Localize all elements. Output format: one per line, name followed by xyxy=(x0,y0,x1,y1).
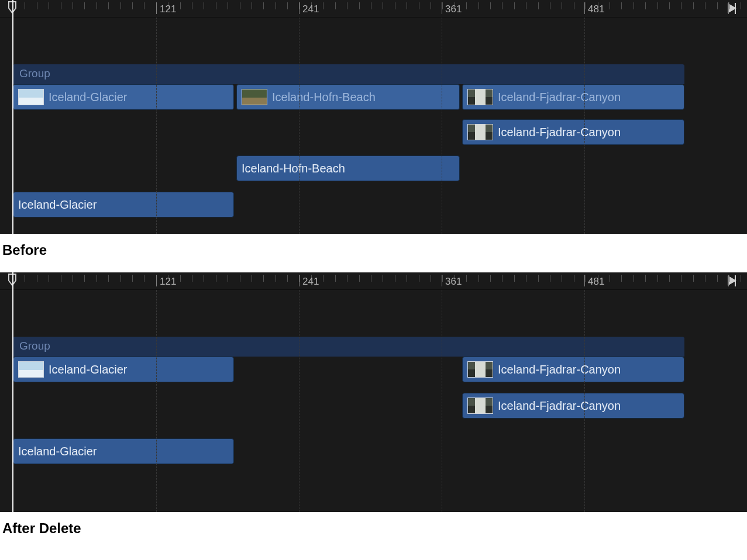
ruler-tick xyxy=(621,275,622,282)
clip-grp-canyon[interactable]: Iceland-Fjadrar-Canyon xyxy=(462,357,684,382)
clip-beach-2[interactable]: Iceland-Hofn-Beach xyxy=(236,155,460,181)
tracks-after: GroupIceland-GlacierIceland-Fjadrar-Cany… xyxy=(0,290,747,512)
timeline-after: 121241361481 GroupIceland-GlacierIceland… xyxy=(0,272,747,512)
ruler-tick xyxy=(562,275,562,282)
playhead-line[interactable] xyxy=(12,0,13,234)
ruler-tick xyxy=(25,2,25,9)
clip-grp-beach[interactable]: Iceland-Hofn-Beach xyxy=(236,84,460,110)
grid-line xyxy=(156,18,157,234)
clip-label: Iceland-Hofn-Beach xyxy=(242,156,345,181)
grid-line xyxy=(584,18,585,234)
ruler-label: 121 xyxy=(160,276,176,288)
ruler-tick xyxy=(658,275,658,282)
clip-glacier-2[interactable]: Iceland-Glacier xyxy=(13,438,234,464)
ruler-tick xyxy=(729,275,729,282)
grid-line xyxy=(442,290,442,512)
clip-label: Iceland-Hofn-Beach xyxy=(272,85,376,109)
ruler-tick xyxy=(132,275,133,282)
canyon-thumbnail-icon xyxy=(467,361,493,378)
ruler[interactable]: 121241361481 xyxy=(0,272,747,290)
ruler-tick xyxy=(466,2,467,9)
ruler-tick xyxy=(586,2,586,9)
playhead-end-icon[interactable] xyxy=(726,275,736,290)
ruler-tick xyxy=(192,2,192,9)
glacier-thumbnail-icon xyxy=(18,361,44,378)
ruler-tick xyxy=(479,275,479,282)
playhead-start-icon[interactable] xyxy=(8,274,19,290)
clip-grp-canyon[interactable]: Iceland-Fjadrar-Canyon xyxy=(462,84,684,110)
ruler-tick xyxy=(717,275,718,282)
ruler-tick xyxy=(97,275,97,282)
ruler-tick xyxy=(108,275,109,282)
ruler-tick xyxy=(645,275,646,282)
ruler-tick xyxy=(323,2,323,9)
ruler-tick xyxy=(442,2,443,9)
ruler-tick xyxy=(180,275,181,282)
ruler-tick xyxy=(514,275,515,282)
grid-line xyxy=(442,18,442,234)
clip-canyon-2[interactable]: Iceland-Fjadrar-Canyon xyxy=(462,393,684,419)
ruler-tick xyxy=(407,2,407,9)
ruler-tick xyxy=(216,2,216,9)
ruler-tick xyxy=(562,2,562,9)
ruler-tick xyxy=(335,2,336,9)
clip-label: Iceland-Fjadrar-Canyon xyxy=(498,85,621,109)
ruler-tick xyxy=(479,2,479,9)
ruler-tick xyxy=(466,275,467,282)
group-header[interactable]: Group xyxy=(13,337,684,357)
ruler-tick xyxy=(73,2,73,9)
clip-canyon-2[interactable]: Iceland-Fjadrar-Canyon xyxy=(462,119,684,145)
ruler-tick xyxy=(37,2,37,9)
ruler-tick xyxy=(729,2,729,9)
clip-glacier-2[interactable]: Iceland-Glacier xyxy=(13,192,234,217)
tracks-before: GroupIceland-GlacierIceland-Hofn-BeachIc… xyxy=(0,18,747,234)
ruler-tick xyxy=(228,2,228,9)
ruler-tick xyxy=(610,275,610,282)
ruler-label: 481 xyxy=(588,276,604,288)
ruler-tick-major xyxy=(156,2,157,14)
ruler-tick xyxy=(717,2,718,9)
ruler-tick xyxy=(252,275,252,282)
grid-line xyxy=(299,18,300,234)
ruler-tick xyxy=(645,2,646,9)
clip-label: Iceland-Glacier xyxy=(18,439,97,464)
clip-grp-glacier[interactable]: Iceland-Glacier xyxy=(13,84,234,110)
clip-grp-glacier[interactable]: Iceland-Glacier xyxy=(13,357,234,382)
ruler-tick-major xyxy=(442,275,442,286)
timeline-before: 121241361481 GroupIceland-GlacierIceland… xyxy=(0,0,747,234)
ruler[interactable]: 121241361481 xyxy=(0,0,747,18)
ruler-tick xyxy=(37,275,37,282)
ruler-tick-major xyxy=(442,2,442,14)
ruler-tick xyxy=(287,275,288,282)
ruler-tick xyxy=(550,2,550,9)
playhead-start-icon[interactable] xyxy=(8,1,19,18)
ruler-tick xyxy=(49,2,49,9)
ruler-tick-major xyxy=(299,2,300,14)
ruler-tick xyxy=(538,2,539,9)
ruler-tick xyxy=(669,2,670,9)
ruler-tick xyxy=(359,275,360,282)
ruler-tick xyxy=(121,2,121,9)
clip-label: Iceland-Glacier xyxy=(49,85,128,109)
ruler-tick xyxy=(73,275,73,282)
ruler-tick xyxy=(526,275,526,282)
ruler-label: 241 xyxy=(302,276,319,288)
ruler-tick xyxy=(538,275,539,282)
ruler-tick xyxy=(144,275,144,282)
canyon-thumbnail-icon xyxy=(467,124,493,140)
ruler-tick xyxy=(323,275,323,282)
group-header[interactable]: Group xyxy=(13,64,684,84)
ruler-tick xyxy=(419,2,419,9)
ruler-tick xyxy=(610,2,610,9)
ruler-tick xyxy=(240,2,240,9)
ruler-tick xyxy=(586,275,586,282)
ruler-tick xyxy=(705,2,705,9)
ruler-tick xyxy=(287,2,288,9)
ruler-tick xyxy=(204,275,204,282)
ruler-tick-major xyxy=(584,2,585,14)
playhead-end-icon[interactable] xyxy=(726,2,736,18)
ruler-tick xyxy=(192,275,192,282)
playhead-line[interactable] xyxy=(12,272,13,512)
clip-label: Iceland-Glacier xyxy=(18,192,97,217)
caption-after: After Delete xyxy=(0,512,747,551)
